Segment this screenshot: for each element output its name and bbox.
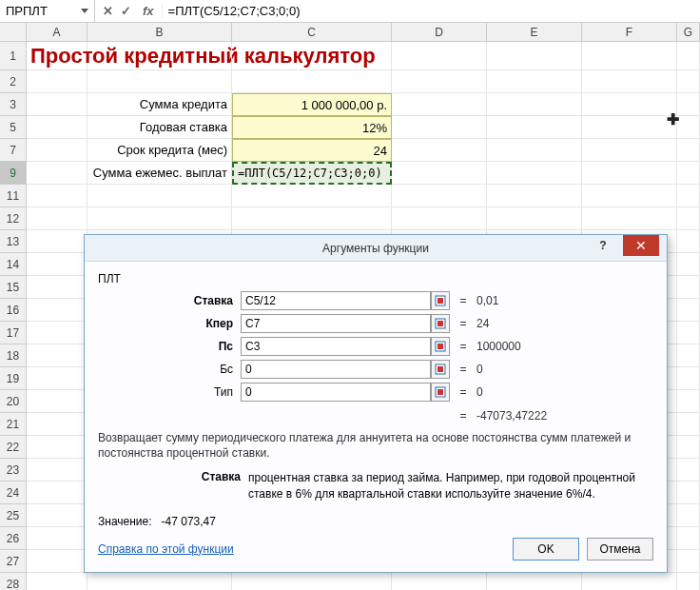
cell-G27[interactable]: [677, 550, 700, 573]
cell-B9[interactable]: Сумма ежемес. выплат: [88, 162, 232, 185]
cell-B7[interactable]: Срок кредита (мес): [88, 139, 232, 162]
cell-F28[interactable]: [582, 573, 677, 590]
cell-F12[interactable]: [582, 207, 677, 230]
cell-G17[interactable]: [677, 322, 700, 344]
range-select-icon[interactable]: [431, 360, 450, 379]
row-header-25[interactable]: 25: [0, 504, 27, 527]
cell-A28[interactable]: [27, 573, 88, 590]
cell-E12[interactable]: [487, 207, 582, 230]
range-select-icon[interactable]: [431, 291, 450, 310]
row-header-20[interactable]: 20: [0, 390, 27, 413]
arg-input-pv[interactable]: C3: [241, 337, 431, 356]
name-box[interactable]: ПРПЛТ: [0, 0, 95, 22]
name-box-dropdown-icon[interactable]: [81, 9, 88, 13]
row-header-14[interactable]: 14: [0, 253, 27, 276]
cell-D5[interactable]: [392, 116, 487, 139]
cell-G11[interactable]: [677, 185, 700, 207]
cell-A25[interactable]: [27, 504, 88, 527]
cell-C12[interactable]: [232, 207, 392, 230]
cell-G28[interactable]: [677, 573, 700, 590]
cell-G24[interactable]: [677, 482, 700, 504]
cell-F3[interactable]: [582, 93, 677, 116]
cell-E5[interactable]: [487, 116, 582, 139]
cell-E1[interactable]: [487, 42, 582, 70]
cell-A27[interactable]: [27, 550, 88, 573]
cell-A20[interactable]: [27, 390, 88, 413]
range-select-icon[interactable]: [431, 383, 450, 402]
cell-D7[interactable]: [392, 139, 487, 162]
cell-C7[interactable]: 24: [232, 139, 392, 162]
cell-A16[interactable]: [27, 299, 88, 322]
cell-A21[interactable]: [27, 413, 88, 436]
cell-A26[interactable]: [27, 527, 88, 550]
cell-F2[interactable]: [582, 70, 677, 93]
cell-G23[interactable]: [677, 459, 700, 482]
cell-A7[interactable]: [27, 139, 88, 162]
row-header-13[interactable]: 13: [0, 230, 27, 253]
cell-G2[interactable]: [677, 70, 700, 93]
cell-D2[interactable]: [392, 70, 487, 93]
row-header-22[interactable]: 22: [0, 436, 27, 459]
insert-function-icon[interactable]: fx: [143, 4, 154, 18]
row-header-19[interactable]: 19: [0, 367, 27, 390]
cell-G25[interactable]: [677, 504, 700, 527]
col-header-A[interactable]: A: [27, 23, 88, 41]
col-header-B[interactable]: B: [88, 23, 232, 41]
row-header-28[interactable]: 28: [0, 573, 27, 590]
cell-C3[interactable]: 1 000 000,00 р.: [232, 93, 392, 116]
arg-input-nper[interactable]: C7: [241, 314, 431, 333]
cancel-button[interactable]: Отмена: [587, 538, 653, 560]
cell-C2[interactable]: [232, 70, 392, 93]
cell-A23[interactable]: [27, 459, 88, 482]
cell-B5[interactable]: Годовая ставка: [88, 116, 232, 139]
range-select-icon[interactable]: [431, 337, 450, 356]
cell-C5[interactable]: 12%: [232, 116, 392, 139]
ok-button[interactable]: OK: [513, 538, 579, 560]
cell-A13[interactable]: [27, 230, 88, 253]
cancel-formula-icon[interactable]: ✕: [103, 4, 113, 18]
cell-D1[interactable]: [392, 42, 487, 70]
cell-A3[interactable]: [27, 93, 88, 116]
cell-A11[interactable]: [27, 185, 88, 207]
col-header-G[interactable]: G: [677, 23, 700, 41]
cell-E28[interactable]: [487, 573, 582, 590]
cell-A19[interactable]: [27, 367, 88, 390]
cell-E3[interactable]: [487, 93, 582, 116]
col-header-D[interactable]: D: [392, 23, 487, 41]
cell-G15[interactable]: [677, 276, 700, 299]
cell-A12[interactable]: [27, 207, 88, 230]
cell-F9[interactable]: [582, 162, 677, 185]
cell-D11[interactable]: [392, 185, 487, 207]
row-header-23[interactable]: 23: [0, 459, 27, 482]
cell-D12[interactable]: [392, 207, 487, 230]
row-header-26[interactable]: 26: [0, 527, 27, 550]
cell-G26[interactable]: [677, 527, 700, 550]
row-header-17[interactable]: 17: [0, 322, 27, 344]
row-header-7[interactable]: 7: [0, 139, 27, 162]
row-header-18[interactable]: 18: [0, 344, 27, 367]
range-select-icon[interactable]: [431, 314, 450, 333]
cell-A9[interactable]: [27, 162, 88, 185]
cell-G14[interactable]: [677, 253, 700, 276]
formula-input[interactable]: =ПЛТ(C5/12;C7;C3;0;0): [163, 4, 700, 18]
help-link[interactable]: Справка по этой функции: [98, 542, 234, 556]
cell-C9-editing[interactable]: =ПЛТ(C5/12;C7;C3;0;0): [232, 162, 392, 185]
cell-F5[interactable]: [582, 116, 677, 139]
row-header-21[interactable]: 21: [0, 413, 27, 436]
row-header-2[interactable]: 2: [0, 70, 27, 93]
arg-input-rate[interactable]: C5/12: [241, 291, 431, 310]
cell-G20[interactable]: [677, 390, 700, 413]
cell-G21[interactable]: [677, 413, 700, 436]
row-header-24[interactable]: 24: [0, 482, 27, 504]
dialog-titlebar[interactable]: Аргументы функции ? ✕: [85, 235, 667, 262]
cell-G7[interactable]: [677, 139, 700, 162]
cell-G1[interactable]: [677, 42, 700, 70]
cell-G3[interactable]: [677, 93, 700, 116]
cell-G22[interactable]: [677, 436, 700, 459]
cell-B3[interactable]: Сумма кредита: [88, 93, 232, 116]
cell-A14[interactable]: [27, 253, 88, 276]
dialog-help-button[interactable]: ?: [587, 235, 619, 256]
cell-G13[interactable]: [677, 230, 700, 253]
row-header-1[interactable]: 1: [0, 42, 27, 70]
cell-G12[interactable]: [677, 207, 700, 230]
